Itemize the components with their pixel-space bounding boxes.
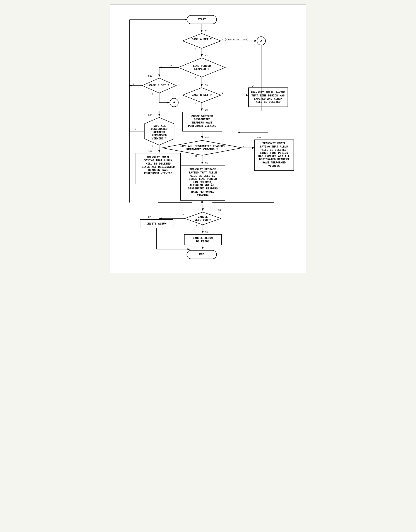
s9-line2: SAYING THAT ALBUM (189, 171, 217, 174)
s8b-line1: TRANSMIT EMAIL (262, 142, 285, 145)
s9-line8: HAVE PERFORMED (191, 190, 214, 194)
s9-line7: DESIGNATED READERS (188, 187, 218, 190)
s8a-step-label: S8A (205, 136, 209, 139)
flowchart-svg: START S1 CASE A SET ? N (CASE B ONLY SET… (117, 11, 300, 266)
s9-line1: TRANSMIT MESSAGE (189, 168, 216, 171)
s8a-y-label: Y (243, 145, 244, 148)
start-label: START (198, 18, 206, 21)
s11-step-label: S11 (148, 114, 152, 116)
s8b-line3: WILL BE DELETED (262, 148, 286, 152)
s4-line4: WILL BE DELETED (255, 100, 280, 104)
s8b-line8: VIEWING (268, 164, 280, 168)
s8b-line7: HAVE PERFORMED (262, 161, 285, 164)
s8-line3: READERS HAVE (192, 121, 212, 124)
s1-step-label: S1 (205, 30, 208, 32)
s10-label: CASE B SET ? (149, 84, 169, 87)
s4-step-label: S4 (252, 85, 254, 87)
s12-step-label: S12 (148, 150, 152, 153)
s2-y-label: Y (194, 77, 196, 79)
s12-line1: TRANSMIT EMAIL (146, 156, 170, 159)
s12-line2: SAYING THAT ALBUM (144, 159, 172, 162)
s11-line1: HAVE ALL (152, 124, 166, 128)
s5-step-label: S5 (218, 209, 221, 211)
s8-line2: DESIGNATED (194, 118, 210, 121)
s4-line1: TRANSMIT EMAIL SAYING (251, 91, 285, 94)
connector-A-left-label: A (173, 101, 175, 104)
s8a-n-label: N (195, 155, 197, 157)
s5-line2: DELETION ? (194, 218, 211, 222)
diagram-container: START S1 CASE A SET ? N (CASE B ONLY SET… (110, 4, 306, 273)
s8b-line2: SAYING THAT ALBUM (260, 145, 288, 148)
s8b-line6: DESIGNATED READERS (259, 158, 289, 161)
s8b-line4: SINCE TIME PERIOD (260, 152, 288, 155)
s5-y-label: Y (196, 225, 197, 227)
s8-step-label: S8 (205, 109, 208, 111)
s9-line9: VIEWING (197, 193, 208, 197)
s3-step-label: S3 (205, 84, 208, 87)
s12-line5: READERS HAVE (148, 169, 168, 172)
end-label: END (199, 253, 204, 256)
s11-line5: VIEWING ? (151, 137, 166, 140)
s11-y-label: Y (152, 145, 153, 148)
s8-line1: CHECK WHETHER (191, 115, 213, 118)
s3-n-label: N (221, 92, 223, 95)
s12-line3: WILL BE DELETED (146, 162, 170, 165)
s9-step-label: S9 (205, 162, 208, 164)
s2-step-label: S2 (205, 54, 208, 57)
s7-step-label: S7 (148, 216, 151, 218)
s8a-line1: HAVE ALL DESIGNATED READERS (180, 145, 225, 148)
s1-line1: CASE A SET ? (192, 38, 212, 41)
s10-step-label: S10 (148, 75, 152, 77)
s2-n-label: N (170, 64, 172, 67)
s1-y-label: Y (194, 48, 196, 51)
s8b-step-label: S8B (257, 136, 261, 139)
s1-n-label: N (CASE B ONLY SET) (222, 38, 248, 41)
s5-n-label: N (183, 213, 184, 216)
s9-line4: SINCE TIME PERIOD (189, 177, 217, 181)
s12-line4: SINCE ALL DESIGNATED (142, 165, 175, 169)
s9-line6: ALTHOUGH NOT ALL (189, 184, 216, 187)
connector-A-right-label: A (260, 39, 262, 43)
s11-line3: READERS (153, 131, 165, 134)
s11-line2: DESIGNATED (151, 127, 167, 131)
s8b-line5: HAS EXPIRED AND ALL (258, 155, 290, 158)
s4-line2: THAT TIME PERIOD HAS (251, 94, 284, 97)
s2-line2: ELAPSED ? (194, 67, 209, 71)
s11-line4: PERFORMED (151, 134, 167, 137)
s4-line3: EXPIRED AND ALBUM (254, 97, 282, 101)
s11-n-label: N (135, 128, 136, 131)
s6-step-label: S6 (205, 231, 208, 234)
s3-y-label: Y (194, 102, 196, 105)
merge-star: ✱ (200, 200, 203, 204)
s3-label: CASE B SET ? (192, 93, 212, 97)
s2-line1: TIME PERIOD (192, 64, 211, 68)
s8-line4: PERFORMED VIEWING (188, 124, 216, 128)
s12-line6: PERFORMED VIEWING (144, 172, 172, 175)
s9-line3: WILL BE DELETED (190, 174, 215, 178)
s10-y-label: Y (152, 93, 153, 95)
s5-line1: CANCEL (198, 215, 208, 219)
s8a-line2: PERFORMED VIEWING ? (186, 148, 218, 151)
s6-line2: DELETION (196, 240, 209, 243)
s9-line5: HAS EXPIRED, (193, 181, 213, 184)
s10-n-label: N (133, 83, 134, 85)
s6-line1: CANCEL ALBUM (193, 237, 213, 240)
s7-label: DELETE ALBUM (146, 222, 166, 225)
